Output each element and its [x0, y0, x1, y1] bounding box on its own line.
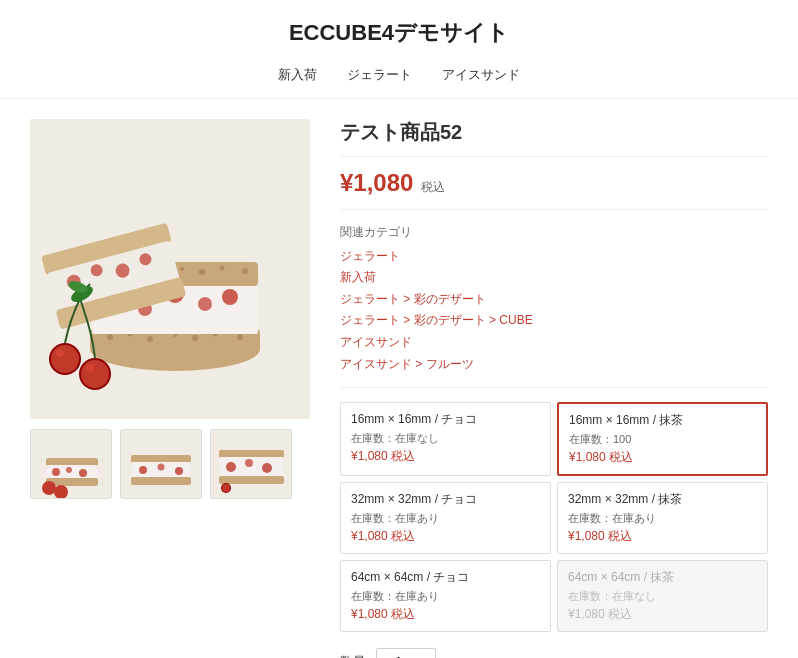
svg-point-46 — [42, 481, 56, 495]
variant-stock-2: 在庫数：100 — [569, 432, 756, 447]
variant-stock-5: 在庫数：在庫あり — [351, 589, 540, 604]
variant-name-1: 16mm × 16mm / チョコ — [351, 411, 540, 428]
main-product-image — [30, 119, 310, 419]
thumbnail-1[interactable] — [30, 429, 112, 499]
variant-price-3: ¥1,080 税込 — [351, 528, 540, 545]
quantity-label: 数量 — [340, 653, 366, 658]
variants-grid: 16mm × 16mm / チョコ 在庫数：在庫なし ¥1,080 税込 16m… — [340, 402, 768, 632]
svg-rect-49 — [131, 455, 191, 463]
product-detail: テスト商品52 ¥1,080 税込 関連カテゴリ ジェラート 新入荷 ジェラート… — [340, 119, 768, 658]
svg-point-7 — [192, 335, 198, 341]
svg-point-9 — [237, 334, 243, 340]
variant-name-2: 16mm × 16mm / 抹茶 — [569, 412, 756, 429]
svg-point-14 — [198, 297, 212, 311]
svg-point-63 — [222, 484, 230, 492]
variant-stock-4: 在庫数：在庫あり — [568, 511, 757, 526]
variant-name-4: 32mm × 32mm / 抹茶 — [568, 491, 757, 508]
category-label: 関連カテゴリ — [340, 222, 768, 244]
site-title: ECCUBE4デモサイト — [0, 0, 798, 58]
category-link-5[interactable]: アイスサンド — [340, 332, 768, 354]
variant-price-1: ¥1,080 税込 — [351, 448, 540, 465]
price-section: ¥1,080 税込 — [340, 169, 768, 210]
main-nav: 新入荷 ジェラート アイスサンド — [0, 58, 798, 99]
svg-point-15 — [222, 289, 238, 305]
svg-point-43 — [66, 467, 72, 473]
category-link-2[interactable]: 新入荷 — [340, 267, 768, 289]
category-section: 関連カテゴリ ジェラート 新入荷 ジェラート > 彩のデザート ジェラート > … — [340, 222, 768, 388]
svg-rect-56 — [219, 450, 284, 458]
svg-point-35 — [81, 360, 109, 388]
nav-item-ice-sand[interactable]: アイスサンド — [442, 66, 520, 84]
svg-point-53 — [175, 467, 183, 475]
variant-name-5: 64cm × 64cm / チョコ — [351, 569, 540, 586]
price-tax-label: 税込 — [421, 180, 445, 194]
quantity-section: 数量 — [340, 648, 768, 658]
svg-point-5 — [147, 336, 153, 342]
category-link-3[interactable]: ジェラート > 彩のデザート — [340, 289, 768, 311]
variant-stock-3: 在庫数：在庫あり — [351, 511, 540, 526]
variant-card-5[interactable]: 64cm × 64cm / チョコ 在庫数：在庫あり ¥1,080 税込 — [340, 560, 551, 632]
thumbnail-row — [30, 429, 310, 499]
variant-card-6[interactable]: 64cm × 64cm / 抹茶 在庫数：在庫なし ¥1,080 税込 — [557, 560, 768, 632]
svg-point-36 — [86, 364, 94, 372]
variant-stock-1: 在庫数：在庫なし — [351, 431, 540, 446]
variant-stock-6: 在庫数：在庫なし — [568, 589, 757, 604]
variant-card-4[interactable]: 32mm × 32mm / 抹茶 在庫数：在庫あり ¥1,080 税込 — [557, 482, 768, 554]
variant-price-6: ¥1,080 税込 — [568, 606, 757, 623]
svg-point-44 — [79, 469, 87, 477]
svg-point-52 — [158, 464, 165, 471]
svg-point-58 — [226, 462, 236, 472]
product-price: ¥1,080 — [340, 169, 413, 196]
thumbnail-3[interactable] — [210, 429, 292, 499]
svg-rect-40 — [46, 458, 98, 466]
svg-rect-61 — [219, 476, 284, 484]
variant-price-2: ¥1,080 税込 — [569, 449, 756, 466]
svg-point-47 — [54, 485, 68, 499]
product-name: テスト商品52 — [340, 119, 768, 157]
variant-card-3[interactable]: 32mm × 32mm / チョコ 在庫数：在庫あり ¥1,080 税込 — [340, 482, 551, 554]
category-link-6[interactable]: アイスサンド > フルーツ — [340, 354, 768, 376]
variant-price-5: ¥1,080 税込 — [351, 606, 540, 623]
svg-rect-54 — [131, 477, 191, 485]
variant-name-3: 32mm × 32mm / チョコ — [351, 491, 540, 508]
thumbnail-2[interactable] — [120, 429, 202, 499]
svg-point-23 — [242, 268, 248, 274]
svg-point-22 — [220, 266, 225, 271]
nav-item-gelato[interactable]: ジェラート — [347, 66, 412, 84]
svg-point-20 — [180, 267, 184, 271]
nav-item-new[interactable]: 新入荷 — [278, 66, 317, 84]
svg-point-60 — [262, 463, 272, 473]
category-link-1[interactable]: ジェラート — [340, 246, 768, 268]
main-content: テスト商品52 ¥1,080 税込 関連カテゴリ ジェラート 新入荷 ジェラート… — [0, 99, 798, 658]
svg-point-21 — [199, 269, 205, 275]
category-link-4[interactable]: ジェラート > 彩のデザート > CUBE — [340, 310, 768, 332]
variant-card-1[interactable]: 16mm × 16mm / チョコ 在庫数：在庫なし ¥1,080 税込 — [340, 402, 551, 476]
svg-point-42 — [52, 468, 60, 476]
svg-point-51 — [139, 466, 147, 474]
svg-point-32 — [51, 345, 79, 373]
svg-point-33 — [56, 349, 64, 357]
variant-price-4: ¥1,080 税込 — [568, 528, 757, 545]
variant-card-2[interactable]: 16mm × 16mm / 抹茶 在庫数：100 ¥1,080 税込 — [557, 402, 768, 476]
variant-name-6: 64cm × 64cm / 抹茶 — [568, 569, 757, 586]
product-images — [30, 119, 310, 658]
svg-point-3 — [107, 334, 113, 340]
svg-point-59 — [245, 459, 253, 467]
quantity-input[interactable] — [376, 648, 436, 658]
